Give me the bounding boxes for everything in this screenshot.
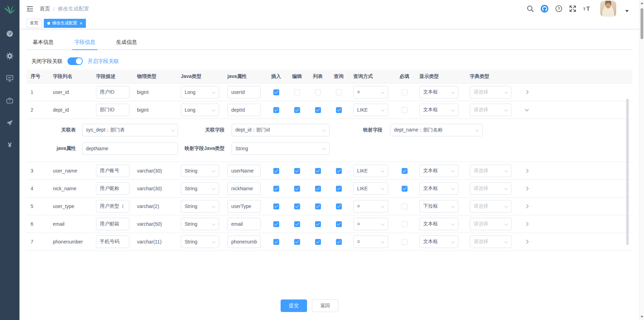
query-method-select[interactable]: = [353, 235, 388, 248]
scroll-down-icon[interactable] [641, 316, 643, 318]
breadcrumb-home[interactable]: 首页 [40, 6, 50, 12]
assoc-field-select[interactable]: dept_id：部门id [232, 124, 330, 136]
edit-checkbox[interactable] [294, 221, 300, 227]
insert-checkbox[interactable] [273, 107, 279, 113]
field-description-input[interactable] [96, 165, 129, 177]
sidebar-item-dashboard[interactable] [0, 23, 19, 45]
list-checkbox[interactable] [315, 203, 321, 209]
dict-type-select[interactable]: 请选择 [470, 165, 512, 177]
display-type-select[interactable]: 下拉框 [419, 200, 458, 213]
query-checkbox[interactable] [336, 221, 342, 227]
sidebar-toggle-icon[interactable] [26, 6, 33, 12]
edit-checkbox[interactable] [294, 186, 300, 192]
required-checkbox[interactable] [402, 203, 408, 209]
insert-checkbox[interactable] [273, 89, 279, 95]
insert-checkbox[interactable] [273, 203, 279, 209]
required-checkbox[interactable] [402, 239, 408, 245]
list-checkbox[interactable] [315, 168, 321, 174]
query-checkbox[interactable] [336, 239, 342, 245]
query-checkbox[interactable] [336, 89, 342, 95]
list-checkbox[interactable] [315, 186, 321, 192]
query-checkbox[interactable] [336, 203, 342, 209]
field-relation-switch[interactable] [67, 57, 83, 65]
sidebar-item-monitor[interactable] [0, 67, 19, 89]
expand-row-icon[interactable] [524, 204, 529, 209]
query-method-select[interactable]: = [353, 86, 388, 98]
query-method-select[interactable]: LIKE [353, 165, 388, 177]
page-scrollbar-thumb[interactable] [641, 8, 643, 39]
java-type-select[interactable]: Long [181, 104, 219, 116]
field-description-input[interactable] [96, 200, 129, 213]
java-attr-input[interactable] [227, 235, 261, 248]
edit-checkbox[interactable] [294, 239, 300, 245]
query-method-select[interactable]: LIKE [353, 182, 388, 195]
tab-basic-info[interactable]: 基本信息 [31, 35, 56, 50]
github-icon[interactable] [540, 5, 549, 13]
dict-type-select[interactable]: 请选择 [470, 218, 512, 230]
dict-type-select[interactable]: 请选择 [470, 200, 512, 213]
sidebar-item-system[interactable] [0, 45, 19, 67]
avatar[interactable] [600, 1, 616, 17]
submit-button[interactable]: 提交 [281, 299, 307, 312]
chevron-down-icon[interactable] [625, 10, 629, 12]
display-type-select[interactable]: 文本框 [419, 218, 458, 230]
display-type-select[interactable]: 文本框 [419, 165, 458, 177]
sidebar-item-deploy[interactable] [0, 112, 19, 134]
map-field-select[interactable]: dept_name：部门名称 [390, 124, 483, 136]
sidebar-item-tool[interactable] [0, 89, 19, 112]
expand-row-icon[interactable] [524, 90, 529, 95]
insert-checkbox[interactable] [273, 239, 279, 245]
assoc-table-select[interactable]: sys_dept：部门表 [82, 124, 178, 136]
help-icon[interactable]: ? [555, 5, 563, 13]
field-description-input[interactable] [96, 235, 129, 248]
java-attr-input[interactable] [227, 200, 261, 213]
tab-generate-info[interactable]: 生成信息 [114, 35, 139, 50]
query-checkbox[interactable] [336, 168, 342, 174]
query-method-select[interactable]: = [353, 218, 388, 230]
dict-type-select[interactable]: 请选择 [470, 86, 512, 98]
field-description-input[interactable] [96, 218, 129, 230]
expand-row-icon[interactable] [524, 239, 529, 244]
java-attr-input[interactable] [227, 218, 261, 230]
expand-row-icon[interactable] [524, 222, 529, 226]
java-type-select[interactable]: String [181, 200, 219, 213]
tab-field-info[interactable]: 字段信息 [72, 35, 97, 50]
query-checkbox[interactable] [336, 107, 342, 113]
insert-checkbox[interactable] [273, 186, 279, 192]
list-checkbox[interactable] [315, 239, 321, 245]
list-checkbox[interactable] [315, 89, 321, 95]
list-checkbox[interactable] [315, 107, 321, 113]
dict-type-select[interactable]: 请选择 [470, 104, 512, 116]
edit-checkbox[interactable] [294, 89, 300, 95]
display-type-select[interactable]: 文本框 [419, 182, 458, 195]
edit-checkbox[interactable] [294, 168, 300, 174]
java-attr-input[interactable] [227, 165, 261, 177]
java-type-select[interactable]: String [181, 165, 219, 177]
search-icon[interactable] [526, 5, 534, 13]
field-description-input[interactable] [96, 182, 129, 195]
list-checkbox[interactable] [315, 221, 321, 227]
display-type-select[interactable]: 文本框 [419, 235, 458, 248]
java-type-select[interactable]: String [181, 182, 219, 195]
display-type-select[interactable]: 文本框 [419, 86, 458, 98]
query-checkbox[interactable] [336, 186, 342, 192]
edit-checkbox[interactable] [294, 203, 300, 209]
required-checkbox[interactable] [402, 168, 408, 174]
edit-checkbox[interactable] [294, 107, 300, 113]
expand-row-icon[interactable] [524, 107, 529, 112]
required-checkbox[interactable] [402, 107, 408, 113]
sidebar-item-pay[interactable]: ¥ [0, 134, 19, 156]
page-scrollbar[interactable] [639, 0, 644, 320]
tag-close-icon[interactable]: × [80, 21, 82, 26]
query-method-select[interactable]: = [353, 200, 388, 213]
java-type-select[interactable]: String [181, 235, 219, 248]
required-checkbox[interactable] [402, 89, 408, 95]
scroll-up-icon[interactable] [641, 2, 643, 4]
java-type-select[interactable]: String [181, 218, 219, 230]
map-java-type-select[interactable]: String [232, 142, 330, 155]
java-type-select[interactable]: Long [181, 86, 219, 98]
expand-row-icon[interactable] [524, 168, 529, 173]
map-java-attr-input[interactable] [82, 142, 178, 155]
dict-type-select[interactable]: 请选择 [470, 182, 512, 195]
display-type-select[interactable]: 文本框 [419, 104, 458, 116]
